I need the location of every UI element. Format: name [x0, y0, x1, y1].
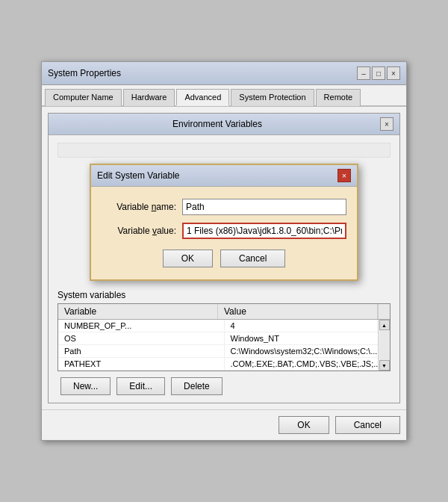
scroll-track: [379, 330, 390, 360]
env-title: Environment Variables: [55, 119, 380, 129]
variable-name-row: Variable name:: [102, 199, 346, 215]
column-header-variable: Variable: [58, 304, 218, 319]
environment-variables-window: Environment Variables × Edit System Vari…: [48, 113, 400, 403]
tab-system-protection[interactable]: System Protection: [231, 89, 314, 106]
table-body[interactable]: NUMBER_OF_P... 4 OS Windows_NT Path C:\W…: [58, 320, 390, 371]
table-row[interactable]: Path C:\Windows\system32;C:\Windows;C:\.…: [58, 345, 390, 358]
window-titlebar: System Properties – □ ×: [42, 62, 406, 85]
main-content: Environment Variables × Edit System Vari…: [42, 107, 406, 409]
tabs-row: Computer Name Hardware Advanced System P…: [42, 85, 406, 107]
edit-dialog-cancel-button[interactable]: Cancel: [220, 250, 285, 267]
tab-computer-name[interactable]: Computer Name: [45, 89, 122, 106]
table-cell-value: 4: [225, 320, 391, 332]
system-properties-window: System Properties – □ × Computer Name Ha…: [41, 61, 407, 441]
env-titlebar: Environment Variables ×: [49, 114, 399, 135]
variable-name-input[interactable]: [182, 199, 346, 215]
edit-dialog-title: Edit System Variable: [97, 170, 180, 181]
system-variables-table: Variable Value NUMBER_OF_P... 4 OS W: [57, 303, 391, 371]
variable-value-label: Variable value:: [102, 226, 176, 236]
titlebar-buttons: – □ ×: [357, 66, 400, 80]
table-cell-value: C:\Windows\system32;C:\Windows;C:\...: [225, 345, 391, 357]
maximize-button[interactable]: □: [372, 66, 385, 80]
table-row[interactable]: PATHEXT .COM;.EXE;.BAT;.CMD;.VBS;.VBE;.J…: [58, 358, 390, 371]
column-header-value: Value: [218, 304, 378, 319]
edit-dialog-ok-button[interactable]: OK: [163, 250, 213, 267]
table-cell-variable: NUMBER_OF_P...: [58, 320, 225, 332]
new-variable-button[interactable]: New...: [60, 377, 111, 395]
delete-variable-button[interactable]: Delete: [171, 377, 223, 395]
variable-name-label: Variable name:: [102, 202, 176, 212]
env-content: Edit System Variable × Variable name:: [49, 135, 399, 403]
table-cell-variable: PATHEXT: [58, 358, 225, 370]
scrollbar[interactable]: ▲ ▼: [378, 320, 390, 371]
variable-value-input[interactable]: [182, 223, 346, 239]
table-row[interactable]: NUMBER_OF_P... 4: [58, 320, 390, 332]
scroll-spacer: [378, 304, 390, 319]
table-cell-value: Windows_NT: [225, 332, 391, 344]
table-cell-variable: Path: [58, 345, 225, 357]
system-variables-section: System variables Variable Value NUMBER_O…: [57, 290, 391, 395]
scroll-down-button[interactable]: ▼: [379, 360, 390, 371]
variable-value-row: Variable value:: [102, 223, 346, 239]
window-title: System Properties: [48, 68, 121, 78]
system-variables-buttons: New... Edit... Delete: [57, 377, 391, 395]
tab-advanced[interactable]: Advanced: [176, 89, 229, 106]
edit-dialog-body: Variable name: Variable value:: [91, 187, 357, 279]
tab-hardware[interactable]: Hardware: [123, 89, 175, 106]
main-cancel-button[interactable]: Cancel: [335, 416, 400, 434]
env-close-button[interactable]: ×: [380, 117, 393, 131]
table-cell-value: .COM;.EXE;.BAT;.CMD;.VBS;.VBE;.JS;....: [225, 358, 391, 370]
system-variables-label: System variables: [57, 290, 391, 300]
close-window-button[interactable]: ×: [387, 66, 400, 80]
main-bottom-buttons: OK Cancel: [42, 409, 406, 440]
edit-variable-button[interactable]: Edit...: [116, 377, 165, 395]
scroll-up-button[interactable]: ▲: [379, 320, 390, 330]
minimize-button[interactable]: –: [357, 66, 370, 80]
edit-dialog-buttons: OK Cancel: [102, 250, 346, 267]
table-cell-variable: OS: [58, 332, 225, 344]
main-ok-button[interactable]: OK: [279, 416, 329, 434]
tab-remote[interactable]: Remote: [316, 89, 361, 106]
table-row[interactable]: OS Windows_NT: [58, 332, 390, 345]
user-variables-placeholder: [57, 143, 391, 158]
edit-system-variable-dialog: Edit System Variable × Variable name:: [90, 164, 358, 281]
edit-dialog-titlebar: Edit System Variable ×: [91, 165, 357, 187]
table-header: Variable Value: [58, 304, 390, 320]
edit-dialog-close-button[interactable]: ×: [337, 169, 351, 182]
